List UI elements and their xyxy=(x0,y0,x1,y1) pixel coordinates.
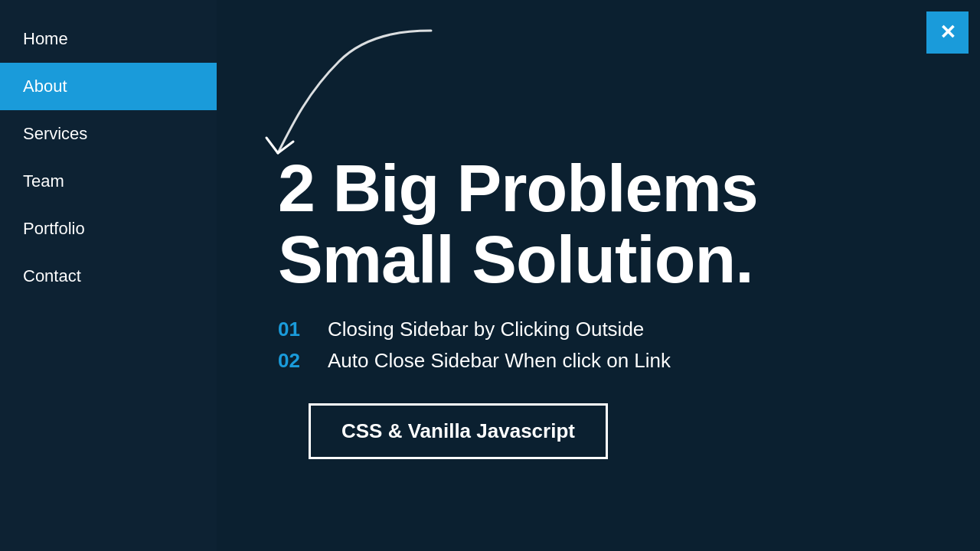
sidebar-item-label: Team xyxy=(23,171,64,191)
sidebar: Home About Services Team Portfolio Conta… xyxy=(0,0,217,551)
sidebar-item-label: Services xyxy=(23,124,87,144)
problem-text-2: Auto Close Sidebar When click on Link xyxy=(328,349,671,373)
tech-badge[interactable]: CSS & Vanilla Javascript xyxy=(309,403,608,459)
arrow-decoration xyxy=(232,15,446,171)
sidebar-item-about[interactable]: About xyxy=(0,63,217,110)
problem-number-1: 01 xyxy=(278,318,309,341)
sidebar-item-services[interactable]: Services xyxy=(0,110,217,158)
problem-item-2: 02 Auto Close Sidebar When click on Link xyxy=(278,349,934,373)
main-content: ✕ 2 Big Problems Small Solution. 01 Clos… xyxy=(217,0,980,551)
problem-item-1: 01 Closing Sidebar by Clicking Outside xyxy=(278,318,934,341)
sidebar-item-contact[interactable]: Contact xyxy=(0,253,217,300)
headline-line2: Small Solution. xyxy=(278,221,753,297)
sidebar-item-label: Portfolio xyxy=(23,219,85,239)
headline: 2 Big Problems Small Solution. xyxy=(278,153,934,295)
sidebar-item-label: Home xyxy=(23,29,68,49)
sidebar-item-team[interactable]: Team xyxy=(0,158,217,205)
sidebar-item-portfolio[interactable]: Portfolio xyxy=(0,205,217,253)
sidebar-item-label: Contact xyxy=(23,266,81,286)
close-button[interactable]: ✕ xyxy=(926,11,969,54)
problem-number-2: 02 xyxy=(278,349,309,373)
sidebar-item-home[interactable]: Home xyxy=(0,15,217,63)
problem-list: 01 Closing Sidebar by Clicking Outside 0… xyxy=(278,318,934,373)
problem-text-1: Closing Sidebar by Clicking Outside xyxy=(328,318,644,341)
sidebar-item-label: About xyxy=(23,77,67,96)
